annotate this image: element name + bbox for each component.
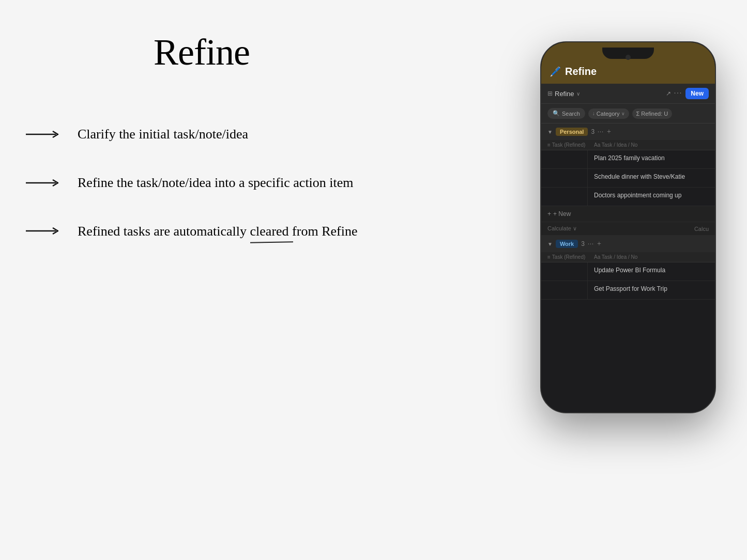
- work-row1-right: Update Power BI Formula: [588, 262, 715, 281]
- personal-count: 3: [591, 128, 594, 135]
- app-header-icon: 🖊️: [550, 66, 561, 77]
- personal-more-icon[interactable]: ···: [598, 128, 604, 136]
- personal-col1-header: ≡ Task (Refined): [547, 142, 594, 148]
- toolbar: ⊞ Refine ∨ ↗ ··· New: [541, 84, 715, 104]
- app-header-title: Refine: [565, 66, 597, 77]
- feature-list: Clarify the initial task/note/idea Refin…: [26, 126, 377, 240]
- personal-row2-left: [541, 169, 588, 187]
- work-collapse-icon[interactable]: ▼: [547, 241, 553, 247]
- toolbar-db-name[interactable]: Refine: [555, 90, 574, 98]
- personal-row1-left: [541, 150, 588, 168]
- row-icon-header: ≡: [547, 142, 551, 148]
- work-row-2[interactable]: Get Passport for Work Trip: [541, 281, 715, 300]
- personal-row3-left: [541, 188, 588, 206]
- work-count: 3: [581, 240, 585, 247]
- phone-mockup: 🖊️ Refine ⊞ Refine ∨ ↗ ··· New �: [540, 41, 716, 413]
- personal-row-1[interactable]: Plan 2025 family vacation: [541, 150, 715, 169]
- personal-row3-right: Doctors appointment coming up: [588, 188, 715, 206]
- personal-section-header: ▼ Personal 3 ··· +: [541, 123, 715, 140]
- personal-row1-right: Plan 2025 family vacation: [588, 150, 715, 168]
- work-tag[interactable]: Work: [556, 240, 578, 248]
- db-icon: ⊞: [547, 90, 553, 98]
- toolbar-more-icon[interactable]: ···: [674, 89, 683, 98]
- toolbar-chevron-icon: ∨: [576, 91, 580, 97]
- search-icon: 🔍: [553, 110, 560, 117]
- personal-collapse-icon[interactable]: ▼: [547, 129, 553, 135]
- feature-item-clarify: Clarify the initial task/note/idea: [26, 126, 377, 143]
- phone-camera: [626, 55, 631, 60]
- personal-new-row[interactable]: + + New: [541, 206, 715, 222]
- work-add-icon[interactable]: +: [597, 240, 601, 248]
- work-col-header: ≡ Task (Refined) Aa Task / Idea / No: [541, 252, 715, 262]
- feature-text-cleared: Refined tasks are automatically cleared …: [78, 223, 357, 240]
- phone-frame: 🖊️ Refine ⊞ Refine ∨ ↗ ··· New �: [540, 41, 716, 413]
- work-col2-header: Aa Task / Idea / No: [594, 254, 709, 260]
- power-btn: [715, 146, 716, 177]
- feature-item-refine: Refine the task/note/idea into a specifi…: [26, 174, 377, 192]
- feature-text-clarify: Clarify the initial task/note/idea: [78, 126, 248, 143]
- personal-row-2[interactable]: Schedule dinner with Steve/Katie: [541, 169, 715, 188]
- personal-row2-right: Schedule dinner with Steve/Katie: [588, 169, 715, 187]
- feature-text-refine: Refine the task/note/idea into a specifi…: [78, 174, 354, 192]
- category-label: Category: [597, 111, 620, 117]
- phone-screen: 🖊️ Refine ⊞ Refine ∨ ↗ ··· New �: [541, 42, 715, 412]
- refined-filter[interactable]: Σ Refined: U: [632, 108, 673, 119]
- work-row1-left: [541, 262, 588, 281]
- work-row2-left: [541, 281, 588, 299]
- personal-calculate-row[interactable]: Calculate ∨ Calcu: [541, 222, 715, 236]
- phone-notch: [602, 48, 654, 59]
- share-icon[interactable]: ↗: [666, 90, 671, 98]
- personal-row-3[interactable]: Doctors appointment coming up: [541, 188, 715, 206]
- personal-tag[interactable]: Personal: [556, 128, 588, 136]
- page-title: Refine: [154, 31, 250, 74]
- search-label: Search: [562, 111, 580, 117]
- personal-col2-header: Aa Task / Idea / No: [594, 142, 709, 148]
- filter-icon: ↓: [592, 111, 595, 116]
- toolbar-actions: ↗ ··· New: [666, 88, 709, 99]
- filter-bar: 🔍 Search ↓ Category ∨ Σ Refined: U: [541, 104, 715, 123]
- work-more-icon[interactable]: ···: [588, 240, 594, 248]
- work-row2-right: Get Passport for Work Trip: [588, 281, 715, 299]
- arrow-icon-3: [26, 226, 62, 236]
- new-row-label: + New: [553, 210, 571, 217]
- new-button[interactable]: New: [685, 88, 709, 99]
- personal-col-header: ≡ Task (Refined) Aa Task / Idea / No: [541, 140, 715, 150]
- sigma-icon: Σ: [636, 111, 640, 117]
- arrow-icon-1: [26, 129, 62, 139]
- calculate-label2: Calcu: [694, 226, 709, 232]
- work-row-1[interactable]: Update Power BI Formula: [541, 262, 715, 281]
- work-section-header: ▼ Work 3 ··· +: [541, 236, 715, 252]
- underlined-word: cleared: [250, 223, 289, 240]
- left-panel: Refine Clarify the initial task/note/ide…: [0, 0, 403, 560]
- new-row-icon: +: [547, 210, 551, 217]
- toolbar-left: ⊞ Refine ∨: [547, 90, 663, 98]
- refined-label: Refined: U: [641, 111, 668, 117]
- category-filter[interactable]: ↓ Category ∨: [588, 108, 629, 119]
- calculate-label: Calculate ∨: [547, 225, 577, 232]
- feature-item-cleared: Refined tasks are automatically cleared …: [26, 223, 377, 240]
- search-pill[interactable]: 🔍 Search: [547, 108, 585, 119]
- work-col1-header: ≡ Task (Refined): [547, 254, 594, 260]
- personal-add-icon[interactable]: +: [607, 128, 611, 136]
- work-row-icon-header: ≡: [547, 254, 551, 260]
- category-chevron-icon: ∨: [621, 111, 625, 116]
- arrow-icon-2: [26, 178, 62, 188]
